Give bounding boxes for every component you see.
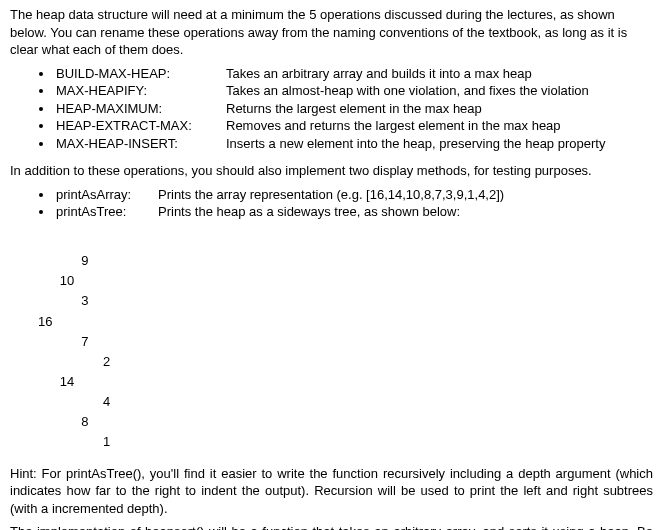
tree-line: 14 [38, 374, 74, 389]
op-desc: Removes and returns the largest element … [226, 117, 561, 135]
tree-line: 2 [38, 354, 110, 369]
op-desc: Returns the largest element in the max h… [226, 100, 482, 118]
op-name: MAX-HEAPIFY: [56, 82, 226, 100]
tree-line: 4 [38, 394, 110, 409]
intro-paragraph: The heap data structure will need at a m… [10, 6, 653, 59]
tree-line: 10 [38, 273, 74, 288]
display-methods-list: printAsArray: Prints the array represent… [10, 186, 653, 221]
tree-line: 8 [38, 414, 89, 429]
hint-paragraph: Hint: For printAsTree(), you'll find it … [10, 465, 653, 518]
disp-desc: Prints the array representation (e.g. [1… [158, 186, 504, 204]
list-item: printAsTree: Prints the heap as a sidewa… [54, 203, 653, 221]
tree-line: 9 [38, 253, 89, 268]
list-item: MAX-HEAP-INSERT: Inserts a new element i… [54, 135, 653, 153]
list-item: HEAP-EXTRACT-MAX: Removes and returns th… [54, 117, 653, 135]
operations-list: BUILD-MAX-HEAP: Takes an arbitrary array… [10, 65, 653, 153]
list-item: HEAP-MAXIMUM: Returns the largest elemen… [54, 100, 653, 118]
list-item: BUILD-MAX-HEAP: Takes an arbitrary array… [54, 65, 653, 83]
op-name: BUILD-MAX-HEAP: [56, 65, 226, 83]
tree-line: 3 [38, 293, 89, 308]
op-name: HEAP-EXTRACT-MAX: [56, 117, 226, 135]
list-item: MAX-HEAPIFY: Takes an almost-heap with o… [54, 82, 653, 100]
implementation-paragraph: The implementation of heapsort() will be… [10, 523, 653, 530]
op-name: HEAP-MAXIMUM: [56, 100, 226, 118]
disp-desc: Prints the heap as a sideways tree, as s… [158, 203, 460, 221]
tree-output: 9 10 3 16 7 2 14 4 8 1 [38, 231, 653, 453]
display-intro: In addition to these operations, you sho… [10, 162, 653, 180]
tree-line: 1 [38, 434, 110, 449]
op-desc: Inserts a new element into the heap, pre… [226, 135, 605, 153]
list-item: printAsArray: Prints the array represent… [54, 186, 653, 204]
tree-line: 16 [38, 314, 52, 329]
disp-name: printAsTree: [56, 203, 158, 221]
op-name: MAX-HEAP-INSERT: [56, 135, 226, 153]
disp-name: printAsArray: [56, 186, 158, 204]
op-desc: Takes an almost-heap with one violation,… [226, 82, 589, 100]
tree-line: 7 [38, 334, 89, 349]
op-desc: Takes an arbitrary array and builds it i… [226, 65, 532, 83]
